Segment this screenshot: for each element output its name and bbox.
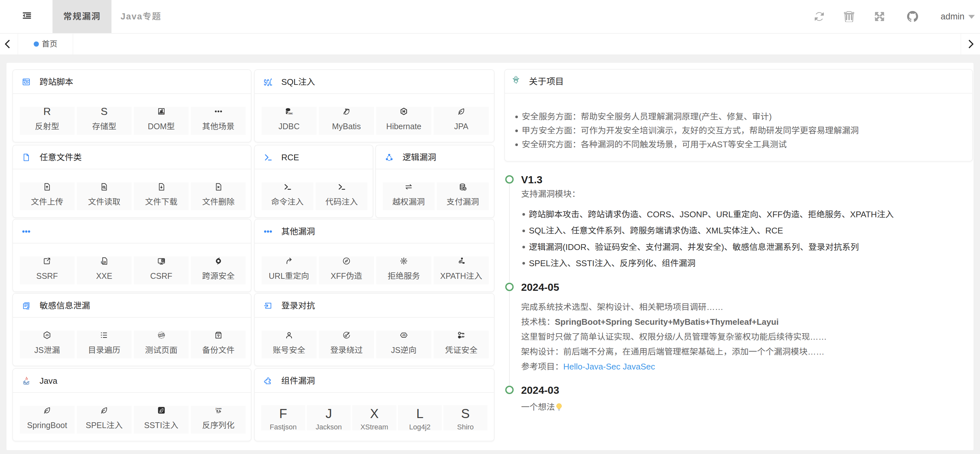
svg-text:XML: XML bbox=[102, 261, 106, 263]
svg-text:JDBC: JDBC bbox=[288, 113, 293, 114]
svg-text:DOM: DOM bbox=[159, 113, 164, 114]
svg-text:JS: JS bbox=[45, 333, 49, 337]
svg-text:JS: JS bbox=[402, 333, 406, 337]
svg-text:ZIP: ZIP bbox=[217, 335, 220, 336]
svg-text:json: json bbox=[215, 407, 222, 410]
svg-text:SQL: SQL bbox=[264, 78, 272, 86]
